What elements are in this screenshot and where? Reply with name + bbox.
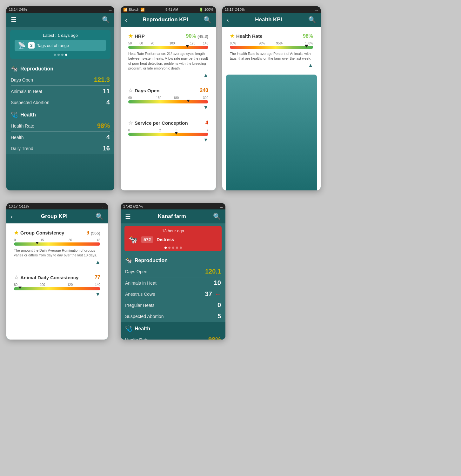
battery-2: 🔋 100% xyxy=(199,8,213,12)
gc-value: 9 (565) xyxy=(86,230,100,236)
screen-4-phone: 13:17 ∅11% ... ‹ Group KPI 🔍 ★ Group Con… xyxy=(6,203,108,340)
health-rate-5[interactable]: Health Rate 98% xyxy=(121,334,225,340)
animals-heat-label-1: Animals In Heat xyxy=(11,89,42,94)
kpi-daily-trend-1[interactable]: Daily Trend 16 xyxy=(6,143,114,154)
hrp-star[interactable]: ★ xyxy=(128,33,133,39)
screen-5-content: 13 hour ago 🐄 572 Distress 🐄 Reproductio… xyxy=(121,223,225,340)
days-open-star-2[interactable]: ☆ xyxy=(128,88,133,94)
gc-expand[interactable]: ▲ xyxy=(95,259,100,265)
screen-1-phone: 13:14 ∅8% ... ☰ 🔍 Latest : 1 days ago 📡 … xyxy=(6,6,114,190)
gc-description: The amount the Daily Average Rumination … xyxy=(14,248,100,258)
irregular-heats-label-5: Irregular Heats xyxy=(125,303,155,308)
banner-dots xyxy=(15,54,106,56)
days-open-label-1: Days Open xyxy=(11,77,33,83)
adc-gauge xyxy=(14,287,100,290)
irregular-heats-value-5: 0 xyxy=(217,301,221,309)
dot-1 xyxy=(54,54,56,56)
search-icon-4[interactable]: 🔍 xyxy=(96,213,104,220)
days-open-value-1: 121.3 xyxy=(94,76,110,83)
adc-star[interactable]: ☆ xyxy=(14,274,18,281)
health-rate-gauge-3 xyxy=(230,46,313,49)
kpi-health-rate-1[interactable]: Health Rate 98% xyxy=(6,120,114,131)
tag-text: Tags out of range xyxy=(37,43,69,48)
search-icon-3[interactable]: 🔍 xyxy=(308,16,316,23)
screen-2-content: ★ HRP 90% (48.3) 506070100120140 Heat Ra… xyxy=(121,27,216,190)
health-rate-star-3[interactable]: ★ xyxy=(230,33,234,39)
back-icon-2[interactable]: ‹ xyxy=(125,16,127,23)
search-icon-5[interactable]: 🔍 xyxy=(213,213,221,220)
screen3-title: Health KPI xyxy=(251,13,286,27)
days-open-gauge xyxy=(128,100,208,103)
screen-1-content: Latest : 1 days ago 📡 3 Tags out of rang… xyxy=(6,27,114,190)
kpi-days-open-1[interactable]: Days Open 121.3 xyxy=(6,74,114,85)
suspected-abortion-5[interactable]: Suspected Abortion 5 xyxy=(121,311,225,322)
back-icon-4[interactable]: ‹ xyxy=(11,213,13,220)
days-open-label-5: Days Open xyxy=(125,269,147,274)
health-rate-name-3: ★ Health Rate xyxy=(230,33,263,39)
back-icon-3[interactable]: ‹ xyxy=(227,16,229,23)
banner-tag-row[interactable]: 📡 3 Tags out of range xyxy=(15,40,106,51)
banner-card-1: Latest : 1 days ago 📡 3 Tags out of rang… xyxy=(10,30,110,59)
irregular-heats-5[interactable]: Irregular Heats 0 xyxy=(121,300,225,311)
health-section-header-1: 🩺 Health xyxy=(6,108,114,120)
spc-expand[interactable]: ▼ xyxy=(203,137,208,143)
screen2-title: Reproduction KPI xyxy=(138,13,193,27)
kpi-health-1[interactable]: Health 4 xyxy=(6,132,114,143)
banner-title-1: Latest : 1 days ago xyxy=(15,33,106,38)
screen4-title: Group KPI xyxy=(37,209,72,223)
search-icon-1[interactable]: 🔍 xyxy=(102,16,110,23)
screen-5-phone: 17:42 ∅27% ... ☰ Kanaf farm 🔍 13 hour ag… xyxy=(121,203,225,340)
spc-section: ☆ Service per Conception 4 0237 ▼ xyxy=(124,117,212,146)
anestrus-cows-label-5: Anestrus Cows xyxy=(125,292,155,297)
days-open-labels: 60130180300 xyxy=(128,96,208,100)
animals-heat-5[interactable]: Animals In Heat 10 xyxy=(121,277,225,288)
status-left-5: 17:42 ∅27% xyxy=(123,204,143,208)
menu-icon-1[interactable]: ☰ xyxy=(11,16,17,23)
gc-gauge xyxy=(14,242,100,246)
anestrus-cows-5[interactable]: Anestrus Cows 37 ← xyxy=(121,288,225,300)
adc-labels: 80100120140 xyxy=(14,283,100,287)
alert-animal-icon-5: 🐄 xyxy=(128,235,138,244)
days-open-5[interactable]: Days Open 120.1 xyxy=(121,266,225,277)
tag-icon: 📡 xyxy=(18,42,26,49)
status-left-3: 13:17 ∅10% xyxy=(225,8,245,12)
days-open-expand[interactable]: ▼ xyxy=(203,105,208,110)
hrp-value: 90% (48.3) xyxy=(186,33,208,39)
health-icon-5: 🩺 xyxy=(125,325,132,332)
alert-banner-5: 13 hour ago 🐄 572 Distress xyxy=(124,226,222,251)
health-rate-value-1: 98% xyxy=(97,122,110,129)
status-right-1: ... xyxy=(109,8,112,11)
status-bar-4: 13:17 ∅11% ... xyxy=(6,203,108,209)
health-section-5: 🩺 Health xyxy=(121,322,225,334)
kpi-animals-heat-1[interactable]: Animals In Heat 11 xyxy=(6,86,114,97)
status-right-2: 9:41 AM xyxy=(165,8,178,11)
status-right-5: ... xyxy=(220,204,223,208)
health-rate-value-3: 98% xyxy=(303,33,313,39)
adc-header: ☆ Animal Daily Consistency 77 xyxy=(14,274,100,281)
health-kpi-bg xyxy=(226,75,317,190)
spc-star[interactable]: ☆ xyxy=(128,120,133,126)
health-rate-expand-3[interactable]: ▲ xyxy=(308,63,313,68)
screen-3-phone: 13:17 ∅10% ... ‹ Health KPI 🔍 ★ Health R… xyxy=(222,6,321,190)
menu-icon-5[interactable]: ☰ xyxy=(125,213,131,220)
adc-value: 77 xyxy=(95,274,100,280)
hrp-expand[interactable]: ▲ xyxy=(203,72,208,78)
hrp-gauge xyxy=(128,46,208,49)
hrp-description: Heat Rate Performance: 21/ average cycle… xyxy=(128,51,208,71)
health-rate-header-3: ★ Health Rate 98% xyxy=(230,33,313,39)
days-open-section-2: ☆ Days Open 240 60130180300 ▼ xyxy=(124,84,212,114)
search-icon-2[interactable]: 🔍 xyxy=(204,16,211,23)
reproduction-section-5: 🐄 Reproduction xyxy=(121,254,225,266)
status-left-4: 13:17 ∅11% xyxy=(9,204,29,208)
health-rate-labels-3: 80%90%95%100% xyxy=(230,42,313,45)
spc-gauge xyxy=(128,133,208,136)
adc-name: ☆ Animal Daily Consistency xyxy=(14,274,78,281)
dot-4-active xyxy=(65,54,67,56)
alert-row-5: 🐄 572 Distress xyxy=(128,235,218,244)
kpi-suspected-abortion-1[interactable]: Suspected Abortion 4 xyxy=(6,97,114,108)
hrp-header: ★ HRP 90% (48.3) xyxy=(128,33,208,39)
nav-bar-5: ☰ Kanaf farm 🔍 xyxy=(121,209,225,223)
reproduction-label-5: Reproduction xyxy=(135,258,168,263)
adc-expand[interactable]: ▼ xyxy=(95,292,100,297)
gc-star[interactable]: ★ xyxy=(14,230,18,236)
